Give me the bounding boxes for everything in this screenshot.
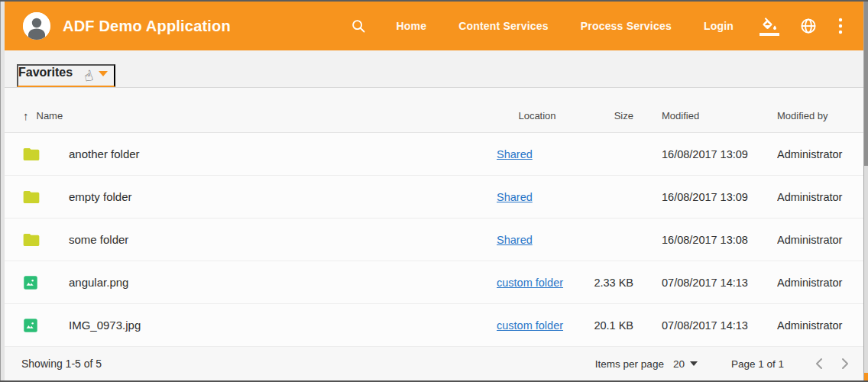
folder-icon (23, 147, 40, 161)
nav-login[interactable]: Login (704, 20, 734, 32)
location-link[interactable]: Shared (497, 148, 533, 160)
paginator: Showing 1-5 of 5 Items per page 20 Page … (5, 347, 863, 380)
chevron-left-icon (815, 358, 824, 370)
main-nav: Home Content Services Process Services L… (396, 20, 734, 32)
user-avatar-icon (23, 12, 50, 40)
location-link[interactable]: Shared (497, 191, 533, 203)
column-header-location[interactable]: Location (497, 110, 578, 121)
modified-date: 16/08/2017 13:08 (633, 234, 777, 246)
modified-date: 07/08/2017 14:13 (633, 319, 777, 332)
scrollbar-thumb[interactable] (864, 2, 868, 166)
page-indicator: Page 1 of 1 (731, 358, 784, 370)
location-cell: custom folder (497, 319, 578, 332)
view-switcher-bar: Favorites ☝ (5, 50, 863, 88)
file-type-cell (23, 318, 69, 333)
file-type-cell (23, 147, 69, 161)
table-row[interactable]: empty folder Shared 16/08/2017 13:09 Adm… (5, 176, 863, 219)
file-name[interactable]: angular.png (69, 276, 497, 289)
location-cell: Shared (497, 233, 578, 246)
modified-date: 16/08/2017 13:09 (633, 148, 777, 160)
file-type-cell (23, 233, 69, 247)
document-list: ↑ Name Location Size Modified Modified b… (5, 88, 863, 380)
location-link[interactable]: custom folder (497, 319, 563, 332)
file-name[interactable]: some folder (69, 233, 497, 246)
file-size: 20.1 KB (578, 319, 633, 332)
table-header-row: ↑ Name Location Size Modified Modified b… (5, 88, 863, 133)
dropdown-caret-icon (99, 71, 108, 76)
location-cell: Shared (497, 147, 578, 160)
table-body: another folder Shared 16/08/2017 13:09 A… (5, 133, 863, 347)
items-per-page-select[interactable]: 20 (670, 357, 701, 371)
table-row[interactable]: IMG_0973.jpg custom folder 20.1 KB 07/08… (5, 304, 863, 347)
adf-demo-app: ADF Demo Application Home Content Servic… (5, 2, 863, 380)
column-header-size[interactable]: Size (578, 110, 633, 121)
table-row[interactable]: another folder Shared 16/08/2017 13:09 A… (5, 133, 863, 176)
column-header-name[interactable]: ↑ Name (23, 110, 497, 121)
items-per-page-label: Items per page (595, 358, 664, 370)
location-cell: Shared (497, 190, 578, 203)
more-vert-icon (837, 17, 844, 35)
location-link[interactable]: custom folder (497, 277, 563, 289)
modified-date: 16/08/2017 13:09 (633, 191, 777, 203)
table-row[interactable]: angular.png custom folder 2.33 KB 07/08/… (5, 261, 863, 304)
avatar[interactable] (23, 12, 50, 40)
favorites-dropdown[interactable]: Favorites (17, 64, 115, 87)
next-page-button[interactable] (837, 354, 853, 373)
view-title: Favorites (18, 66, 73, 79)
scrollbar[interactable] (863, 2, 868, 380)
app-bar: ADF Demo Application Home Content Servic… (5, 2, 863, 50)
file-type-cell (23, 190, 69, 204)
nav-process-services[interactable]: Process Services (581, 20, 672, 32)
table-row[interactable]: some folder Shared 16/08/2017 13:08 Admi… (5, 219, 863, 261)
more-menu-button[interactable] (834, 14, 847, 38)
appbar-icons (756, 14, 847, 39)
column-header-modified-by[interactable]: Modified by (777, 110, 863, 121)
nav-content-services[interactable]: Content Services (458, 20, 549, 32)
globe-icon (799, 17, 818, 35)
chevron-right-icon (840, 358, 850, 370)
showing-count: Showing 1-5 of 5 (21, 358, 102, 370)
items-per-page: Items per page 20 (595, 357, 701, 371)
image-file-icon (23, 275, 38, 290)
file-name[interactable]: IMG_0973.jpg (69, 319, 497, 332)
modified-date: 07/08/2017 14:13 (633, 277, 777, 289)
file-size: 2.33 KB (578, 277, 633, 289)
previous-page-button[interactable] (811, 354, 827, 373)
search-icon (350, 18, 367, 34)
location-cell: custom folder (497, 276, 578, 289)
color-fill-icon (760, 17, 779, 36)
app-window: ADF Demo Application Home Content Servic… (0, 0, 868, 382)
sort-ascending-icon: ↑ (23, 110, 29, 121)
modified-by: Administrator (777, 319, 863, 332)
language-button[interactable] (796, 14, 821, 38)
file-name[interactable]: another folder (69, 147, 497, 160)
modified-by: Administrator (777, 277, 863, 289)
nav-home[interactable]: Home (396, 20, 426, 32)
column-header-modified[interactable]: Modified (633, 110, 777, 121)
file-type-cell (23, 275, 69, 290)
modified-by: Administrator (777, 191, 863, 203)
app-title: ADF Demo Application (63, 18, 231, 35)
modified-by: Administrator (777, 234, 863, 246)
frame-artifact (864, 373, 868, 380)
select-caret-icon (690, 361, 698, 366)
file-name[interactable]: empty folder (69, 190, 497, 203)
folder-icon (23, 233, 40, 247)
modified-by: Administrator (777, 148, 863, 160)
search-button[interactable] (347, 15, 370, 37)
image-file-icon (23, 318, 38, 333)
folder-icon (23, 190, 40, 204)
location-link[interactable]: Shared (497, 234, 533, 246)
theme-picker-button[interactable] (756, 14, 782, 39)
